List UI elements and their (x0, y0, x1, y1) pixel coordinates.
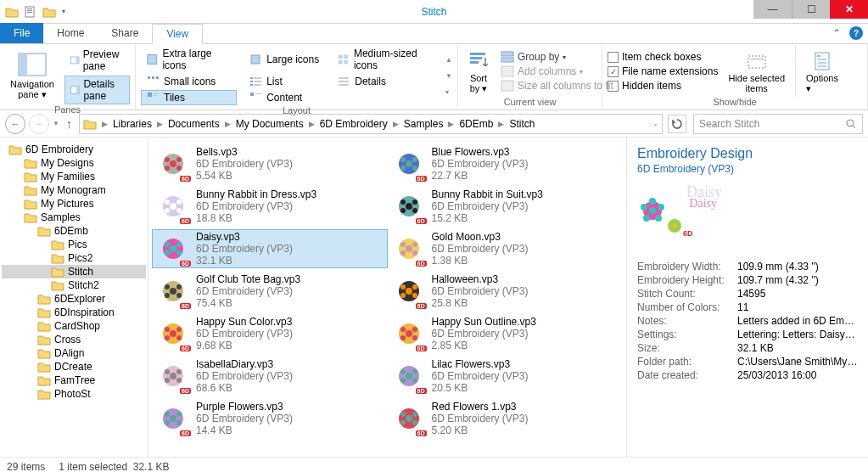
close-button[interactable]: ✕ (830, 0, 868, 19)
tree-item[interactable]: My Pictures (2, 197, 146, 211)
file-item[interactable]: 6D Daisy.vp3 6D Embroidery (VP3) 32.1 KB (152, 229, 388, 268)
file-item[interactable]: 6D Golf Club Tote Bag.vp3 6D Embroidery … (152, 272, 388, 311)
extra-large-icons-icon (147, 53, 159, 65)
options-button[interactable]: Options▾ (803, 48, 842, 96)
search-input[interactable]: Search Stitch (693, 114, 863, 134)
medium-icons-button[interactable]: Medium-sized icons (332, 46, 442, 73)
property-value[interactable]: C:\Users\Jane Smith\My Doc... (737, 356, 858, 368)
svg-rect-11 (251, 55, 260, 64)
tab-view[interactable]: View (152, 24, 203, 44)
file-type: 6D Embroidery (VP3) (196, 200, 316, 212)
property-value[interactable]: Letters added in 6D Embroid... (737, 315, 858, 327)
file-item[interactable]: 6D Bunny Rabbit in Suit.vp3 6D Embroider… (388, 187, 624, 226)
property-value[interactable]: 14595 (737, 288, 858, 300)
extra-large-icons-button[interactable]: Extra large icons (141, 46, 237, 73)
property-value[interactable]: 25/03/2013 16:00 (737, 369, 858, 381)
file-size: 5.54 KB (196, 170, 293, 182)
file-item[interactable]: 6D Bells.vp3 6D Embroidery (VP3) 5.54 KB (152, 144, 388, 183)
tree-item[interactable]: Pics2 (2, 251, 146, 265)
tree-item[interactable]: FamTree (2, 374, 146, 387)
navigation-pane-button[interactable]: Navigation pane ▾ (5, 50, 59, 101)
group-by-button[interactable]: Group by ▾ (497, 50, 617, 64)
navigation-tree[interactable]: 6D Embroidery My Designs My Families My … (0, 138, 148, 457)
tiles-button[interactable]: Tiles (141, 90, 237, 105)
item-check-boxes-toggle[interactable]: Item check boxes (608, 50, 718, 64)
file-item[interactable]: 6D IsabellaDiary.vp3 6D Embroidery (VP3)… (152, 357, 388, 396)
tab-share[interactable]: Share (98, 23, 152, 43)
property-value[interactable]: Lettering: Letters: Daisy Cat... (737, 329, 858, 340)
tree-item[interactable]: CardShop (2, 319, 146, 333)
tree-item[interactable]: DAlign (2, 346, 146, 360)
tree-item[interactable]: My Monogram (2, 183, 146, 197)
breadcrumb-item[interactable]: My Documents (236, 118, 304, 130)
expand-gallery-icon[interactable]: ▾ (445, 88, 452, 96)
maximize-button[interactable]: ☐ (792, 0, 830, 19)
tree-item[interactable]: My Designs (2, 156, 146, 170)
property-value[interactable]: 32.1 KB (737, 342, 858, 354)
minimize-button[interactable]: — (753, 0, 792, 19)
details-button[interactable]: Details (332, 74, 442, 89)
scroll-down-icon[interactable]: ▼ (445, 72, 452, 80)
breadcrumb-item[interactable]: Libraries (113, 118, 152, 130)
tree-item[interactable]: 6DExplorer (2, 292, 146, 306)
file-type: 6D Embroidery (VP3) (432, 243, 529, 255)
scroll-up-icon[interactable]: ▲ (445, 56, 452, 64)
file-name-extensions-toggle[interactable]: ✓File name extensions (608, 65, 718, 78)
qat-dropdown-icon[interactable]: ▾ (59, 3, 68, 20)
up-button[interactable]: ↑ (63, 117, 76, 131)
tree-item[interactable]: Samples (2, 211, 146, 224)
file-tab[interactable]: File (0, 23, 43, 43)
details-pane-label: Details pane (83, 78, 124, 102)
breadcrumb-item[interactable]: Documents (168, 118, 220, 130)
details-pane-button[interactable]: Details pane (64, 76, 130, 104)
file-item[interactable]: 6D Purple Flowers.vp3 6D Embroidery (VP3… (152, 399, 388, 438)
tree-item[interactable]: Pics (2, 238, 146, 251)
hidden-items-toggle[interactable]: Hidden items (608, 79, 718, 93)
small-icons-button[interactable]: Small icons (141, 74, 237, 89)
tree-item[interactable]: 6DInspiration (2, 306, 146, 319)
breadcrumb-item[interactable]: 6DEmb (459, 118, 493, 130)
breadcrumb[interactable]: ▶ Libraries▶ Documents▶ My Documents▶ 6D… (79, 114, 663, 134)
forward-button[interactable]: → (29, 114, 49, 134)
hide-selected-button[interactable]: Hide selected items (725, 48, 788, 95)
large-icons-button[interactable]: Large icons (244, 46, 325, 73)
list-button[interactable]: List (244, 74, 325, 89)
history-dropdown-icon[interactable]: ▼ (53, 120, 59, 127)
property-value[interactable]: 109.9 mm (4.33 ") (737, 261, 858, 273)
breadcrumb-item[interactable]: Samples (404, 118, 444, 130)
property-value[interactable]: 11 (737, 301, 858, 313)
tree-item-selected[interactable]: Stitch (2, 265, 146, 278)
file-item[interactable]: 6D Happy Sun Color.vp3 6D Embroidery (VP… (152, 314, 388, 353)
tree-item[interactable]: Cross (2, 333, 146, 346)
properties-icon[interactable] (22, 3, 39, 20)
tree-item[interactable]: PhotoSt (2, 387, 146, 401)
preview-pane-button[interactable]: Preview pane (64, 46, 130, 75)
help-icon[interactable]: ? (849, 26, 863, 40)
file-item[interactable]: 6D Lilac Flowers.vp3 6D Embroidery (VP3)… (388, 357, 624, 396)
tree-item[interactable]: 6DEmb (2, 224, 146, 238)
content-button[interactable]: Content (244, 90, 325, 105)
property-label: Embroidery Height: (637, 274, 737, 286)
tree-item[interactable]: My Families (2, 170, 146, 183)
tree-item[interactable]: 6D Embroidery (2, 143, 146, 156)
status-bar: 29 items 1 item selected 32.1 KB (0, 457, 868, 472)
breadcrumb-item[interactable]: Stitch (509, 118, 535, 130)
file-item[interactable]: 6D Red Flowers 1.vp3 6D Embroidery (VP3)… (388, 399, 624, 438)
back-button[interactable]: ← (5, 114, 25, 134)
tree-item[interactable]: Stitch2 (2, 278, 146, 292)
breadcrumb-item[interactable]: 6D Embroidery (320, 118, 388, 130)
new-folder-icon[interactable] (41, 3, 58, 20)
file-item[interactable]: 6D Bunny Rabbit in Dress.vp3 6D Embroide… (152, 187, 388, 226)
file-item[interactable]: 6D Happy Sun Outline.vp3 6D Embroidery (… (388, 314, 624, 353)
file-item[interactable]: 6D Blue Flowers.vp3 6D Embroidery (VP3) … (388, 144, 624, 183)
tab-home[interactable]: Home (43, 23, 98, 43)
minimize-ribbon-icon[interactable]: ⌃ (832, 27, 841, 39)
sort-by-button[interactable]: Sort by ▾ (463, 48, 494, 96)
property-value[interactable]: 109.7 mm (4.32 ") (737, 274, 858, 286)
file-item[interactable]: 6D Gold Moon.vp3 6D Embroidery (VP3) 1.3… (388, 229, 624, 268)
file-item[interactable]: 6D Halloween.vp3 6D Embroidery (VP3) 25.… (388, 272, 624, 311)
property-row: Embroidery Width:109.9 mm (4.33 ") (637, 260, 858, 273)
tree-item[interactable]: DCreate (2, 360, 146, 374)
breadcrumb-dropdown-icon[interactable]: ⌄ (652, 120, 658, 127)
refresh-button[interactable] (668, 115, 686, 133)
